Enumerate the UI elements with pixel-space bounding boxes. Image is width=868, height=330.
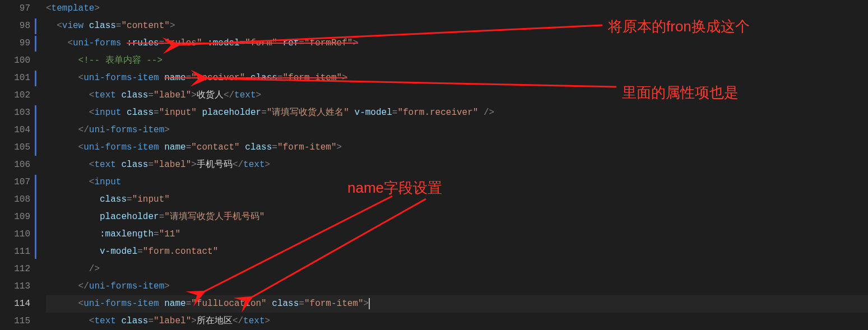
line-number: 97 (0, 0, 30, 17)
line-number: 102 (0, 87, 30, 104)
line-number: 108 (0, 191, 30, 208)
code-line[interactable]: <input (46, 174, 868, 191)
line-number: 110 (0, 226, 30, 243)
code-line[interactable]: :maxlength="11" (46, 226, 868, 243)
code-line[interactable]: <text class="label">手机号码</text> (46, 156, 868, 174)
line-number: 107 (0, 174, 30, 191)
code-editor[interactable]: 9798991001011021031041051061071081091101… (0, 0, 868, 330)
code-line[interactable]: <uni-forms-item name="contact" class="fo… (46, 139, 868, 156)
code-line[interactable]: <uni-forms-item name="fullLocation" clas… (46, 295, 868, 313)
code-line[interactable]: placeholder="请填写收货人手机号码" (46, 208, 868, 226)
code-line[interactable]: </uni-forms-item> (46, 122, 868, 139)
code-line[interactable]: <input class="input" placeholder="请填写收货人… (46, 104, 868, 122)
code-line[interactable]: class="input" (46, 191, 868, 208)
line-number: 109 (0, 208, 30, 226)
line-number: 112 (0, 261, 30, 278)
line-number: 114 (0, 295, 30, 313)
code-line[interactable]: <text class="label">所在地区</text> (46, 313, 868, 330)
code-line[interactable]: v-model="form.contact" (46, 243, 868, 261)
line-number: 101 (0, 69, 30, 87)
line-number: 115 (0, 313, 30, 330)
code-line[interactable]: /> (46, 261, 868, 278)
line-number: 113 (0, 278, 30, 295)
code-line[interactable]: <text class="label">收货人</text> (46, 87, 868, 104)
line-number: 105 (0, 139, 30, 156)
code-line[interactable]: <uni-forms :rules="rules" :model="form" … (46, 35, 868, 52)
code-line[interactable]: <uni-forms-item name="receiver" class="f… (46, 69, 868, 87)
line-number: 103 (0, 104, 30, 122)
code-line[interactable]: </uni-forms-item> (46, 278, 868, 295)
code-line[interactable]: <!-- 表单内容 --> (46, 52, 868, 69)
line-number: 104 (0, 122, 30, 139)
line-number: 106 (0, 156, 30, 174)
line-number: 100 (0, 52, 30, 69)
line-number-gutter: 9798991001011021031041051061071081091101… (0, 0, 35, 330)
line-number: 98 (0, 17, 30, 35)
code-line[interactable]: <view class="content"> (46, 17, 868, 35)
line-number: 99 (0, 35, 30, 52)
code-line[interactable]: <template> (46, 0, 868, 17)
code-area[interactable]: <template> <view class="content"> <uni-f… (38, 0, 868, 330)
line-number: 111 (0, 243, 30, 261)
